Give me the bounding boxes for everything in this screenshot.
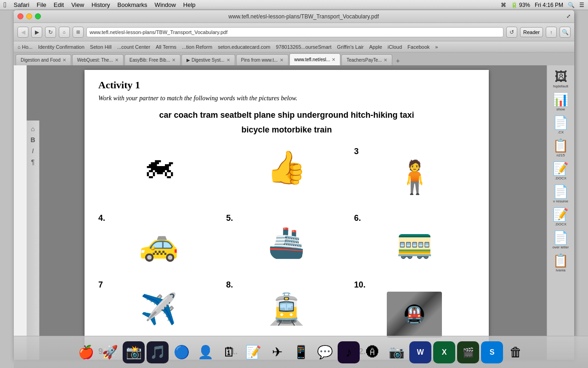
address-bar[interactable]: www.tefl.net/esl-lesson-plans/TBW_Transp… [86, 27, 503, 37]
back-button[interactable]: ◀ [17, 27, 28, 38]
search-icon[interactable]: 🔍 [568, 2, 575, 8]
maximize-button[interactable] [35, 13, 41, 19]
reader-button[interactable]: Reader [520, 27, 543, 37]
dock-maps[interactable]: ✈ [266, 341, 288, 363]
home-button[interactable]: ⌂ [59, 27, 70, 38]
metro-icon: 🚇 [403, 304, 426, 325]
menu-file[interactable]: File [37, 1, 46, 8]
reload-button[interactable]: ↻ [45, 27, 56, 38]
dock-iphone[interactable]: 📱 [290, 341, 312, 363]
menu-edit[interactable]: Edit [54, 1, 64, 8]
plane-icon: ✈️ [140, 292, 177, 327]
tab-close-easybib[interactable]: ✕ [172, 58, 175, 63]
dock-skype[interactable]: S [481, 341, 503, 363]
dock-word[interactable]: W [409, 341, 431, 363]
dock-finder[interactable]: 🍎 [75, 341, 97, 363]
dock-itunes[interactable]: ♪ [338, 341, 360, 363]
refresh-button[interactable]: ↺ [506, 27, 517, 38]
menu-history[interactable]: History [91, 1, 110, 8]
menu-view[interactable]: View [71, 1, 84, 8]
bookmark-educate[interactable]: seton.educatecard.com [218, 44, 270, 50]
apple-menu[interactable]:  [4, 1, 6, 9]
bookmark-facebook[interactable]: Facebook [407, 44, 430, 50]
train-icon: 🚃 [396, 225, 433, 260]
activity-instruction: Work with your partner to match the foll… [98, 95, 475, 102]
dock-calendar[interactable]: 🗓 [218, 341, 240, 363]
vehicle-cell-2: 👍 [226, 147, 347, 207]
dock-camera[interactable]: 📷 [385, 341, 407, 363]
dock-imovie[interactable]: 🎬 [457, 341, 479, 363]
bookmark-more[interactable]: » [435, 44, 438, 50]
file-lvania[interactable]: 📋 lvania [552, 253, 570, 272]
expand-icon[interactable]: ⤢ [566, 13, 571, 19]
dock-launchpad[interactable]: 🚀 [99, 341, 121, 363]
file-cx[interactable]: 📄 .CX [552, 115, 570, 134]
new-tab-button[interactable]: + [393, 56, 402, 65]
tab-close-teachers[interactable]: ✕ [384, 58, 387, 63]
sidebar-icon-format[interactable]: ¶ [30, 157, 36, 167]
browser-toolbar: ◀ ▶ ↻ ⌂ ⊞ www.tefl.net/esl-lesson-plans/… [14, 23, 574, 41]
motorcycle-icon: 🏍 [143, 147, 175, 184]
dock-notes[interactable]: 📝 [242, 341, 264, 363]
bookmark-griffin[interactable]: Griffin's Lair [337, 44, 364, 50]
menu-bookmarks[interactable]: Bookmarks [118, 1, 147, 8]
tab-digestive[interactable]: ▶ Digestive Syst...✕ [181, 54, 235, 65]
vehicle-grid: 🏍 👍 3 🧍 4. 🚕 [98, 147, 475, 360]
close-button[interactable] [17, 13, 23, 19]
file-docx2[interactable]: 📝 .DOCX [552, 207, 570, 226]
vehicle-cell-1: 🏍 [98, 147, 219, 207]
tab-digestion[interactable]: Digestion and Food✕ [16, 54, 71, 65]
dock-messenger[interactable]: 💬 [314, 341, 336, 363]
dock-excel[interactable]: X [433, 341, 455, 363]
vehicle-cell-4: 4. 🚕 [98, 213, 219, 273]
tab-pins[interactable]: Pins from www.t...✕ [236, 54, 288, 65]
word-list: car coach tram seatbelt plane ship under… [98, 108, 475, 138]
sidebar-icon-home[interactable]: ⌂ [30, 124, 35, 133]
menu-help[interactable]: Help [183, 1, 196, 8]
share-button[interactable]: ↑ [546, 27, 557, 38]
bookmark-count[interactable]: ...count Center [117, 44, 150, 50]
bookmark-identity[interactable]: Identity Confirmation [38, 44, 85, 50]
tab-close-digestive[interactable]: ✕ [226, 58, 230, 63]
bookmark-home[interactable]: ⌂ Ho... [17, 44, 33, 50]
dock-chrome[interactable]: 🔵 [170, 341, 192, 363]
file-cover[interactable]: 📄 over letter [552, 230, 570, 249]
bookmark-apple[interactable]: Apple [369, 44, 382, 50]
bookmark-seton[interactable]: Seton Hill [90, 44, 112, 50]
file-n215[interactable]: 📋 n215 [552, 138, 570, 157]
tab-webquest[interactable]: WebQuest: The...✕ [72, 54, 124, 65]
sidebar-icon-i[interactable]: I [31, 146, 35, 155]
title-bar: www.tefl.net/esl-lesson-plans/TBW_Transp… [14, 10, 574, 23]
minimize-button[interactable] [26, 13, 32, 19]
file-docx1[interactable]: 📝 .DOCX [552, 161, 570, 180]
bookmark-icloud[interactable]: iCloud [388, 44, 402, 50]
file-hqdefault[interactable]: 🖼 hqdefault [552, 69, 570, 88]
tab-close-tefl[interactable]: ✕ [332, 57, 335, 62]
menu-window[interactable]: Window [155, 1, 176, 8]
menu-extras-icon[interactable]: ☰ [579, 2, 584, 8]
dock-photos[interactable]: 📸 [123, 341, 145, 363]
sidebar-icon-b[interactable]: B [29, 135, 36, 144]
tab-close-digestion[interactable]: ✕ [62, 58, 66, 63]
bookmark-reform[interactable]: ...tion Reform [182, 44, 212, 50]
file-show[interactable]: 📊 show [552, 92, 570, 111]
battery-status: 🔋 93% [511, 2, 530, 8]
tab-close-webquest[interactable]: ✕ [115, 58, 119, 63]
tabs-button[interactable]: ⊞ [73, 27, 84, 38]
bookmark-course[interactable]: 978013265...ourseSmart [276, 44, 331, 50]
tab-close-pins[interactable]: ✕ [280, 58, 283, 63]
dock-music[interactable]: 🎵 [147, 341, 169, 363]
dock-trash[interactable]: 🗑 [505, 341, 527, 363]
underground-photo: 🚇 [387, 292, 442, 338]
tab-teachers[interactable]: TeachersPayTe...✕ [341, 54, 392, 65]
forward-button[interactable]: ▶ [31, 27, 42, 38]
tab-tefl[interactable]: www.tefl.net/esl...✕ [289, 53, 341, 65]
search-toolbar-button[interactable]: 🔍 [560, 27, 571, 38]
seatbelt-icon: 🧍 [395, 158, 435, 196]
file-resume[interactable]: 📄 v resume [552, 184, 570, 203]
bookmark-allterms[interactable]: All Terms [156, 44, 176, 50]
menu-safari[interactable]: Safari [14, 1, 29, 8]
tab-easybib[interactable]: EasyBib: Free Bib...✕ [124, 54, 181, 65]
dock-contacts[interactable]: 👤 [194, 341, 216, 363]
dock-appstore[interactable]: 🅐 [362, 341, 384, 363]
